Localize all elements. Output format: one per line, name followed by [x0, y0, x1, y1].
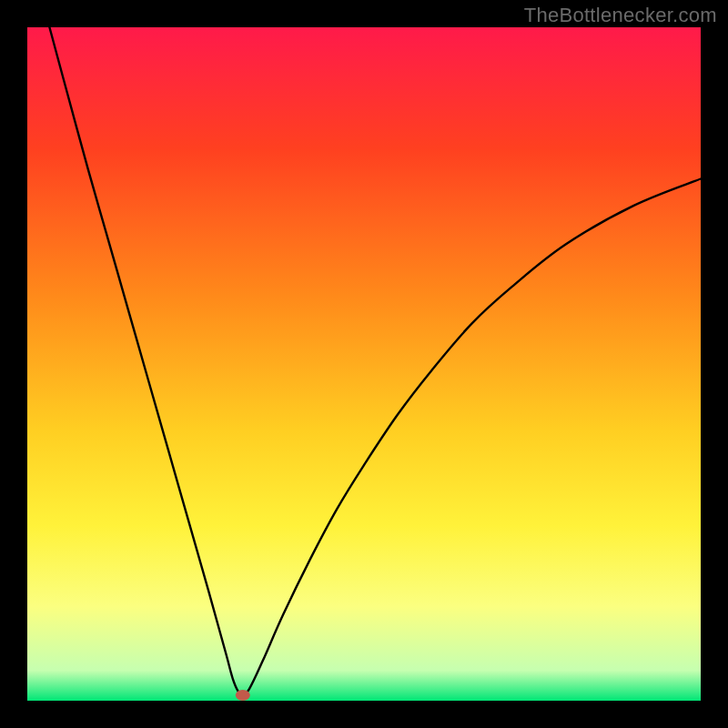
chart-frame: TheBottlenecker.com [0, 0, 728, 728]
chart-background [27, 27, 701, 701]
optimal-point-marker [236, 690, 250, 701]
bottleneck-chart [0, 0, 728, 728]
